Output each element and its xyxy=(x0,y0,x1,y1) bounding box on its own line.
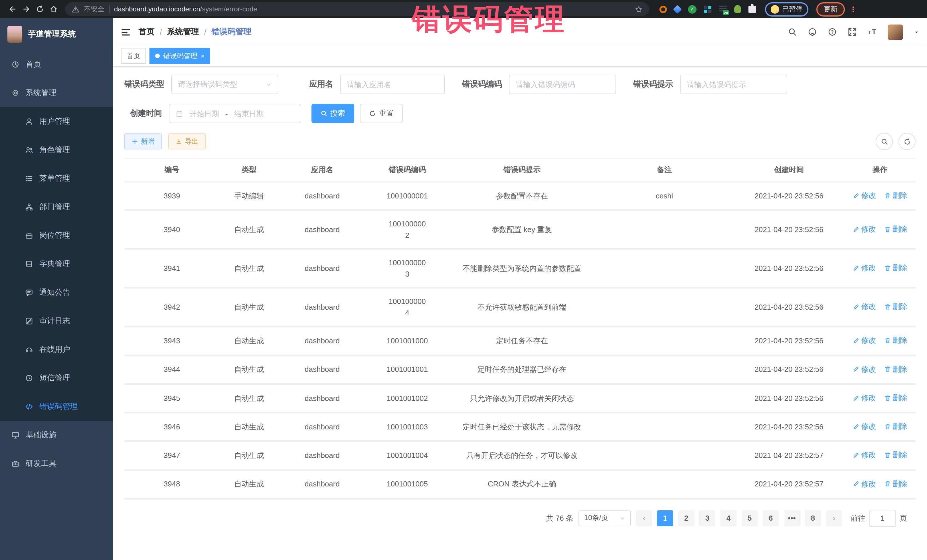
url-text[interactable]: dashboard.yudao.iocoder.cn/system/error-… xyxy=(114,5,257,13)
delete-link[interactable]: 删除 xyxy=(884,392,907,404)
security-label[interactable]: 不安全 xyxy=(84,4,104,14)
extension-list-icon[interactable]: on xyxy=(719,5,727,13)
next-page-button[interactable]: › xyxy=(826,510,842,527)
refresh-table-button[interactable] xyxy=(898,133,916,150)
delete-link[interactable]: 删除 xyxy=(884,223,907,235)
delete-link[interactable]: 删除 xyxy=(884,421,907,432)
page-ellipsis[interactable]: ••• xyxy=(784,510,800,527)
page-button-2[interactable]: 2 xyxy=(678,510,694,527)
search-button[interactable]: 搜索 xyxy=(312,104,354,123)
edit-link[interactable]: 修改 xyxy=(853,262,876,273)
export-button-label: 导出 xyxy=(185,137,199,146)
audit-icon xyxy=(25,317,33,325)
browser-update-button[interactable]: 更新 xyxy=(816,2,845,16)
extension-green-check-icon[interactable]: ✓ xyxy=(688,5,696,14)
error-code-input[interactable] xyxy=(516,80,609,89)
header-search-icon[interactable] xyxy=(788,27,797,36)
delete-link[interactable]: 删除 xyxy=(884,450,907,461)
extension-orange-ring-icon[interactable] xyxy=(660,5,667,13)
sidebar-collapse-icon[interactable] xyxy=(121,27,131,37)
user-menu-caret-icon[interactable] xyxy=(914,29,919,35)
extension-grid-icon[interactable] xyxy=(704,5,711,13)
delete-link[interactable]: 删除 xyxy=(884,301,907,312)
page-button-6[interactable]: 6 xyxy=(763,510,779,527)
extension-blue-gem-icon[interactable] xyxy=(673,5,682,14)
delete-link[interactable]: 删除 xyxy=(884,262,907,273)
goto-page-input[interactable] xyxy=(869,510,896,527)
breadcrumb-item-home[interactable]: 首页 xyxy=(138,27,155,37)
sidebar-item-menu-mgmt[interactable]: 菜单管理 xyxy=(0,164,113,193)
sidebar-item-audit-log[interactable]: 审计日志 xyxy=(0,307,113,335)
github-icon[interactable] xyxy=(808,27,817,36)
user-avatar[interactable] xyxy=(887,24,903,39)
edit-link[interactable]: 修改 xyxy=(853,392,876,404)
font-size-icon[interactable]: TT xyxy=(868,27,877,36)
delete-link[interactable]: 删除 xyxy=(884,190,907,201)
edit-link[interactable]: 修改 xyxy=(853,450,876,461)
app-name-field[interactable] xyxy=(340,75,445,94)
date-range-picker[interactable]: - xyxy=(169,104,301,123)
extension-agent-icon[interactable] xyxy=(734,5,741,13)
sidebar-item-dept-mgmt[interactable]: 部门管理 xyxy=(0,193,113,221)
error-code-field[interactable] xyxy=(509,75,616,94)
browser-forward-icon[interactable] xyxy=(20,2,33,16)
profile-paused-chip[interactable]: 已暂停 xyxy=(765,2,808,16)
sidebar-item-infrastructure[interactable]: 基础设施 xyxy=(0,421,113,449)
edit-link[interactable]: 修改 xyxy=(853,421,876,432)
browser-reload-icon[interactable] xyxy=(33,2,47,16)
toggle-search-button[interactable] xyxy=(876,133,893,150)
app-logo-row[interactable]: 芋道管理系统 xyxy=(0,18,113,50)
extensions-puzzle-icon[interactable] xyxy=(748,5,756,13)
page-size-select[interactable]: 10条/页 xyxy=(579,510,631,527)
add-button[interactable]: 新增 xyxy=(125,134,162,149)
tag-home[interactable]: 首页 xyxy=(121,48,146,64)
edit-link[interactable]: 修改 xyxy=(853,335,876,346)
bookmark-star-icon[interactable] xyxy=(635,5,642,13)
sidebar-item-user-mgmt[interactable]: 用户管理 xyxy=(0,107,113,136)
sidebar-item-online-user[interactable]: 在线用户 xyxy=(0,335,113,364)
sidebar-item-home[interactable]: 首页 xyxy=(0,50,113,79)
start-date-input[interactable] xyxy=(187,109,222,118)
breadcrumb-item-system[interactable]: 系统管理 xyxy=(167,27,199,37)
export-button[interactable]: 导出 xyxy=(168,134,206,149)
delete-link[interactable]: 删除 xyxy=(884,478,907,489)
edit-link[interactable]: 修改 xyxy=(853,478,876,489)
delete-link[interactable]: 删除 xyxy=(884,335,907,346)
reset-button[interactable]: 重置 xyxy=(360,104,403,123)
browser-menu-icon[interactable]: ⋮ xyxy=(849,5,857,14)
sidebar-item-role-mgmt[interactable]: 角色管理 xyxy=(0,136,113,164)
trash-icon xyxy=(884,304,891,310)
app-name-input[interactable] xyxy=(347,80,438,89)
sidebar-item-system-mgmt[interactable]: 系统管理 xyxy=(0,79,113,107)
delete-link[interactable]: 删除 xyxy=(884,364,907,375)
edit-link[interactable]: 修改 xyxy=(853,364,876,375)
sidebar-item-error-code-mgmt[interactable]: 错误码管理 xyxy=(0,392,113,421)
edit-link[interactable]: 修改 xyxy=(853,301,876,312)
cell-memo xyxy=(595,211,733,249)
tag-error-code-active[interactable]: 错误码管理 × xyxy=(149,48,210,64)
help-icon[interactable]: ? xyxy=(828,27,837,36)
page-button-3[interactable]: 3 xyxy=(699,510,715,527)
sidebar-item-dict-mgmt[interactable]: 字典管理 xyxy=(0,250,113,278)
page-button-5[interactable]: 5 xyxy=(742,510,758,527)
error-type-select[interactable]: 请选择错误码类型 xyxy=(171,75,278,94)
browser-home-icon[interactable] xyxy=(47,2,61,16)
sidebar-item-post-mgmt[interactable]: 岗位管理 xyxy=(0,221,113,250)
sidebar-item-notice[interactable]: 通知公告 xyxy=(0,278,113,307)
edit-link[interactable]: 修改 xyxy=(853,190,876,201)
edit-icon xyxy=(853,226,859,233)
error-msg-field[interactable] xyxy=(680,75,787,94)
address-bar[interactable]: 不安全 dashboard.yudao.iocoder.cn/system/er… xyxy=(65,2,649,16)
page-button-1[interactable]: 1 xyxy=(657,510,673,527)
sidebar-item-dev-tools[interactable]: 研发工具 xyxy=(0,449,113,478)
page-button-4[interactable]: 4 xyxy=(720,510,737,527)
page-button-8[interactable]: 8 xyxy=(805,510,821,527)
browser-back-icon[interactable] xyxy=(6,2,20,16)
error-msg-input[interactable] xyxy=(687,80,780,89)
fullscreen-icon[interactable] xyxy=(848,27,857,36)
sidebar-item-sms-mgmt[interactable]: 短信管理 xyxy=(0,364,113,392)
end-date-input[interactable] xyxy=(231,109,267,118)
edit-link[interactable]: 修改 xyxy=(853,223,876,235)
prev-page-button[interactable]: ‹ xyxy=(636,510,652,527)
close-icon[interactable]: × xyxy=(201,52,205,59)
